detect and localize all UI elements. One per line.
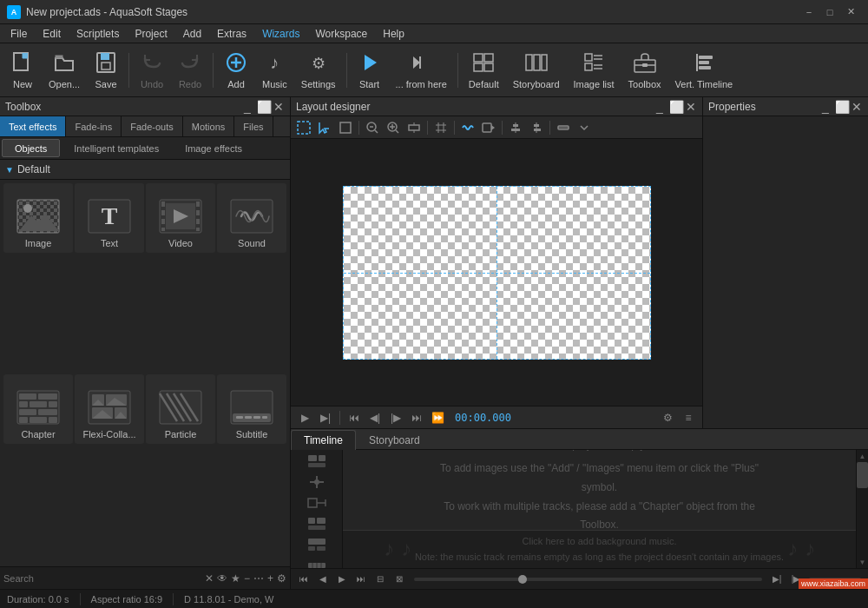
footer-settings-btn[interactable]: ⚙ bbox=[659, 410, 676, 426]
timeline-music-area[interactable]: ♪ ♪ Click here to add background music. … bbox=[343, 530, 856, 568]
tl-ctrl-2[interactable] bbox=[302, 474, 332, 490]
ld-cursor-btn[interactable] bbox=[315, 119, 334, 136]
toolbar-image-list-button[interactable]: Image list bbox=[567, 47, 621, 94]
search-plus-btn[interactable]: + bbox=[267, 572, 273, 585]
search-clear-btn[interactable]: ✕ bbox=[205, 572, 214, 585]
tool-particle[interactable]: Particle bbox=[146, 374, 215, 444]
ld-grid-btn[interactable] bbox=[431, 119, 450, 136]
menu-wizards[interactable]: Wizards bbox=[255, 26, 306, 42]
tr-extra1[interactable]: ⊟ bbox=[372, 572, 388, 586]
scroll-track[interactable] bbox=[857, 462, 868, 556]
props-float-btn[interactable]: ⬜ bbox=[835, 100, 847, 114]
footer-more-btn[interactable]: ≡ bbox=[680, 410, 697, 426]
props-close-btn[interactable]: ✕ bbox=[851, 100, 863, 114]
tab-text-effects[interactable]: Text effects bbox=[0, 116, 66, 136]
search-slider-btn[interactable]: ⋯ bbox=[253, 572, 264, 585]
toolbar-default-button[interactable]: Default bbox=[462, 47, 506, 94]
next-frame-btn[interactable]: |▶ bbox=[387, 410, 404, 426]
scroll-thumb[interactable] bbox=[857, 462, 868, 488]
tab-motions[interactable]: Motions bbox=[183, 116, 235, 136]
toolbar-storyboard-button[interactable]: Storyboard bbox=[506, 47, 567, 94]
play-button[interactable]: ▶ bbox=[296, 410, 313, 426]
tr-play-end[interactable]: ▶| bbox=[769, 572, 785, 586]
tl-ctrl-1[interactable] bbox=[302, 453, 332, 469]
props-minimize-btn[interactable]: _ bbox=[819, 100, 832, 114]
toolbar-undo-button[interactable]: Undo bbox=[133, 47, 171, 94]
tool-image[interactable]: Image bbox=[3, 183, 73, 253]
tr-prev[interactable]: ◀ bbox=[315, 572, 331, 586]
tl-ctrl-3[interactable] bbox=[302, 495, 332, 511]
menu-workspace[interactable]: Workspace bbox=[308, 26, 374, 42]
ld-select2-btn[interactable] bbox=[336, 119, 355, 136]
toolbar-music-button[interactable]: ♪ Music bbox=[255, 47, 294, 94]
menu-file[interactable]: File bbox=[3, 26, 34, 42]
toolbar-new-button[interactable]: New bbox=[3, 47, 42, 94]
tool-chapter[interactable]: Chapter bbox=[3, 374, 73, 444]
search-minus-btn[interactable]: − bbox=[244, 572, 250, 585]
minimize-button[interactable]: − bbox=[799, 3, 819, 21]
toolbox-close-btn[interactable]: ✕ bbox=[273, 100, 285, 114]
toolbar-add-button[interactable]: Add bbox=[217, 47, 255, 94]
tool-video[interactable]: Video bbox=[146, 183, 215, 253]
search-gear-btn[interactable]: ⚙ bbox=[277, 572, 286, 585]
toolbar-settings-button[interactable]: ⚙ Settings bbox=[294, 47, 343, 94]
toolbox-minimize-btn[interactable]: _ bbox=[241, 100, 253, 114]
tool-flexi[interactable]: Flexi-Colla... bbox=[75, 374, 144, 444]
tab-fade-outs[interactable]: Fade-outs bbox=[122, 116, 183, 136]
toolbar-start-button[interactable]: Start bbox=[351, 47, 389, 94]
menu-extras[interactable]: Extras bbox=[210, 26, 253, 42]
transport-progress[interactable] bbox=[414, 578, 762, 581]
tool-subtitle[interactable]: Subtitle bbox=[217, 374, 286, 444]
maximize-button[interactable]: □ bbox=[819, 3, 840, 21]
ld-video-btn[interactable] bbox=[479, 119, 498, 136]
tool-text[interactable]: T Text bbox=[75, 183, 144, 253]
toolbar-save-button[interactable]: Save bbox=[87, 47, 125, 94]
close-button[interactable]: ✕ bbox=[840, 3, 861, 21]
ld-select-btn[interactable] bbox=[294, 119, 313, 136]
skip-end-btn[interactable]: ⏭ bbox=[408, 410, 425, 426]
tool-sound[interactable]: Sound bbox=[217, 183, 286, 253]
tab-storyboard[interactable]: Storyboard bbox=[356, 430, 433, 450]
subtab-objects[interactable]: Objects bbox=[2, 139, 60, 157]
ld-float-btn[interactable]: ⬜ bbox=[669, 100, 681, 114]
toolbar-vert-timeline-button[interactable]: Vert. Timeline bbox=[668, 47, 740, 94]
fast-forward-btn[interactable]: ⏩ bbox=[429, 410, 446, 426]
subtab-image-effects[interactable]: Image effects bbox=[173, 139, 254, 157]
ld-close-btn[interactable]: ✕ bbox=[685, 100, 697, 114]
scroll-up-btn[interactable]: ▲ bbox=[857, 450, 868, 462]
tl-ctrl-4[interactable] bbox=[302, 516, 332, 532]
prev-frame-btn[interactable]: ◀| bbox=[366, 410, 384, 426]
subtab-intelligent-templates[interactable]: Intelligent templates bbox=[62, 139, 171, 157]
tr-skip-start[interactable]: ⏮ bbox=[296, 572, 312, 586]
ld-zoom-out-btn[interactable] bbox=[363, 119, 382, 136]
tab-fade-ins[interactable]: Fade-ins bbox=[66, 116, 122, 136]
toolbar-toolbox-button[interactable]: Toolbox bbox=[621, 47, 668, 94]
ld-zoom-in-btn[interactable] bbox=[384, 119, 403, 136]
tr-extra2[interactable]: ⊠ bbox=[391, 572, 407, 586]
ld-wave-btn[interactable] bbox=[458, 119, 477, 136]
ld-align1-btn[interactable] bbox=[506, 119, 525, 136]
tl-ctrl-5[interactable] bbox=[302, 537, 332, 552]
search-eye-btn[interactable]: 👁 bbox=[217, 572, 227, 585]
menu-add[interactable]: Add bbox=[176, 26, 208, 42]
search-star-btn[interactable]: ★ bbox=[231, 572, 240, 585]
toolbar-from-here-button[interactable]: ... from here bbox=[389, 47, 454, 94]
toolbar-redo-button[interactable]: Redo bbox=[171, 47, 209, 94]
menu-project[interactable]: Project bbox=[128, 26, 174, 42]
toolbar-open-button[interactable]: Open... bbox=[42, 47, 87, 94]
tab-timeline[interactable]: Timeline bbox=[291, 430, 356, 450]
tr-skip-end[interactable]: ⏭ bbox=[353, 572, 369, 586]
tl-ctrl-6[interactable] bbox=[302, 558, 332, 568]
ld-minimize-btn[interactable]: _ bbox=[654, 100, 666, 114]
ld-align2-btn[interactable] bbox=[527, 119, 546, 136]
toolbox-float-btn[interactable]: ⬜ bbox=[257, 100, 269, 114]
menu-scriptlets[interactable]: Scriptlets bbox=[69, 26, 126, 42]
ld-more-btn[interactable] bbox=[554, 119, 573, 136]
play-at-btn[interactable]: ▶| bbox=[317, 410, 334, 426]
ld-zoom-fit-btn[interactable] bbox=[404, 119, 424, 136]
tab-files[interactable]: Files bbox=[234, 116, 273, 136]
scroll-down-btn[interactable]: ▼ bbox=[857, 556, 868, 568]
progress-thumb[interactable] bbox=[518, 575, 527, 584]
menu-edit[interactable]: Edit bbox=[36, 26, 68, 42]
menu-help[interactable]: Help bbox=[376, 26, 411, 42]
